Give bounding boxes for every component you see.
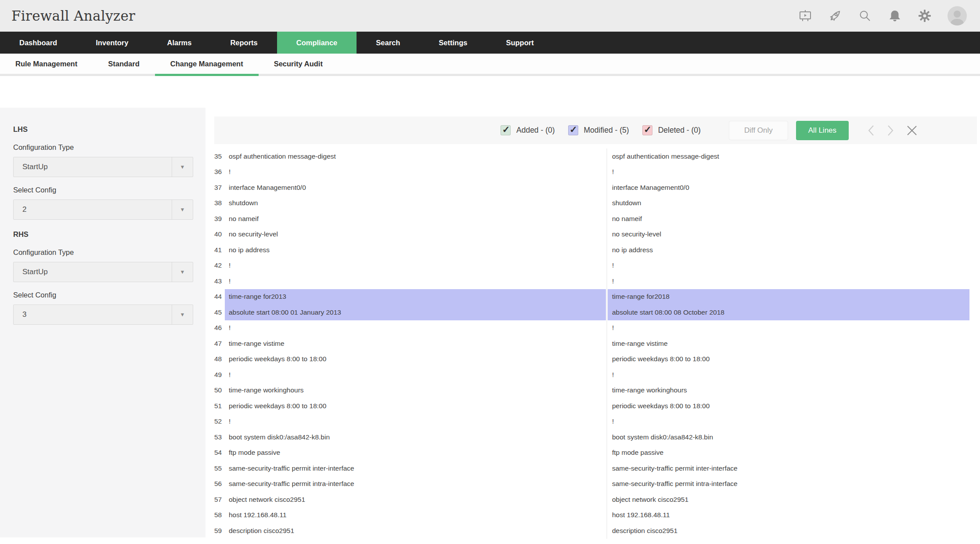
diff-row: 37 interface Management0/0 interface Man… [214, 180, 977, 196]
diff-left-cell: periodic weekdays 8:00 to 18:00 [225, 398, 606, 414]
column-divider [606, 180, 607, 196]
diff-left-cell: interface Management0/0 [225, 180, 606, 196]
rhs-select-config-label: Select Config [13, 291, 193, 299]
column-divider [606, 508, 607, 523]
diff-left-cell: no security-level [225, 227, 606, 243]
diff-row: 59 description cisco2951 description cis… [214, 523, 977, 539]
diff-row: 50 time-range workinghours time-range wo… [214, 383, 977, 399]
line-number: 47 [214, 336, 225, 352]
column-divider [606, 398, 607, 414]
nav-tab[interactable]: Alarms [148, 32, 211, 54]
filter-checkbox[interactable]: ✓ [568, 125, 578, 135]
lhs-select-config-select[interactable]: 2 ▼ [13, 199, 193, 220]
chevron-down-icon: ▼ [172, 305, 193, 324]
all-lines-button[interactable]: All Lines [796, 121, 849, 140]
bell-icon[interactable] [888, 9, 902, 23]
diff-right-cell: boot system disk0:/asa842-k8.bin [608, 429, 969, 445]
subnav-tab[interactable]: Standard [93, 54, 155, 74]
compliance-subnav: Rule ManagementStandardChange Management… [0, 54, 980, 76]
check-icon: ✓ [569, 125, 577, 134]
diff-filter: ✓ Added - (0) [501, 125, 555, 135]
diff-right-cell: description cisco2951 [608, 523, 969, 539]
nav-tab[interactable]: Settings [419, 32, 486, 54]
diff-filter-group: ✓ Added - (0) ✓ Modified - (5) ✓ Deleted… [501, 125, 714, 135]
line-number: 42 [214, 258, 225, 274]
lhs-configuration-type-select[interactable]: StartUp ▼ [13, 157, 193, 177]
nav-tab[interactable]: Search [357, 32, 419, 54]
nav-tab[interactable]: Compliance [277, 32, 357, 54]
nav-tab[interactable]: Dashboard [0, 32, 76, 54]
diff-right-cell: ospf authentication message-digest [608, 149, 969, 164]
line-number: 35 [214, 149, 225, 164]
select-value: StartUp [14, 262, 172, 282]
diff-right-cell: ! [608, 258, 969, 274]
user-avatar-icon[interactable] [948, 6, 967, 25]
diff-left-cell: absolute start 08:00 01 January 2013 [225, 305, 606, 320]
demo-presentation-icon[interactable] [798, 9, 812, 23]
lhs-configuration-type-field: Configuration Type StartUp ▼ [13, 143, 193, 177]
column-divider [606, 258, 607, 274]
rhs-select-config-select[interactable]: 3 ▼ [13, 305, 193, 325]
diff-left-cell: ftp mode passive [225, 445, 606, 461]
line-number: 45 [214, 305, 225, 320]
diff-filter: ✓ Modified - (5) [568, 125, 629, 135]
previous-diff-icon[interactable] [867, 124, 875, 137]
subnav-tab[interactable]: Rule Management [0, 54, 93, 74]
line-number: 39 [214, 211, 225, 227]
check-icon: ✓ [644, 125, 652, 134]
diff-right-cell: no nameif [608, 211, 969, 227]
diff-left-cell: object network cisco2951 [225, 492, 606, 508]
diff-right-cell: ! [608, 164, 969, 180]
diff-row: 55 same-security-traffic permit inter-in… [214, 461, 977, 476]
rocket-icon[interactable] [828, 9, 842, 23]
close-icon[interactable] [906, 124, 918, 137]
diff-toolbar: ✓ Added - (0) ✓ Modified - (5) ✓ Deleted… [214, 116, 977, 144]
filter-checkbox[interactable]: ✓ [501, 125, 511, 135]
diff-filter: ✓ Deleted - (0) [642, 125, 701, 135]
diff-left-cell: same-security-traffic permit inter-inter… [225, 461, 606, 476]
column-divider [606, 429, 607, 445]
next-diff-icon[interactable] [886, 124, 894, 137]
select-value: StartUp [14, 157, 172, 177]
diff-left-cell: periodic weekdays 8:00 to 18:00 [225, 352, 606, 367]
line-number: 59 [214, 523, 225, 539]
diff-right-cell: absolute start 08:00 08 October 2018 [608, 305, 969, 320]
page: Firewall Analyzer [0, 0, 980, 544]
gear-icon[interactable] [918, 9, 932, 23]
diff-right-cell: ftp mode passive [608, 445, 969, 461]
nav-tab[interactable]: Inventory [76, 32, 148, 54]
search-icon[interactable] [858, 9, 872, 23]
rhs-configuration-type-label: Configuration Type [13, 248, 193, 257]
diff-left-cell: shutdown [225, 196, 606, 211]
subnav-tab[interactable]: Security Audit [259, 54, 338, 74]
filter-label: Deleted - (0) [658, 126, 701, 135]
line-number: 58 [214, 508, 225, 523]
diff-left-cell: ! [225, 414, 606, 430]
diff-right-cell: no security-level [608, 227, 969, 243]
diff-row: 41 no ip address no ip address [214, 242, 977, 258]
line-number: 46 [214, 320, 225, 336]
diff-only-button[interactable]: Diff Only [729, 121, 788, 140]
line-number: 38 [214, 196, 225, 211]
line-number: 55 [214, 461, 225, 476]
diff-left-cell: time-range vistime [225, 336, 606, 352]
lhs-select-config-field: Select Config 2 ▼ [13, 186, 193, 220]
diff-right-cell: same-security-traffic permit intra-inter… [608, 476, 969, 492]
diff-body: 35 ospf authentication message-digest os… [214, 149, 977, 539]
rhs-configuration-type-select[interactable]: StartUp ▼ [13, 262, 193, 282]
diff-right-cell: shutdown [608, 196, 969, 211]
column-divider [606, 227, 607, 243]
diff-right-cell: periodic weekdays 8:00 to 18:00 [608, 352, 969, 367]
filter-checkbox[interactable]: ✓ [642, 125, 652, 135]
diff-left-cell: host 192.168.48.11 [225, 508, 606, 523]
diff-row: 53 boot system disk0:/asa842-k8.bin boot… [214, 429, 977, 445]
subnav-tab[interactable]: Change Management [155, 54, 259, 74]
column-divider [606, 273, 607, 289]
nav-tab[interactable]: Support [486, 32, 553, 54]
diff-row: 47 time-range vistime time-range vistime [214, 336, 977, 352]
config-diff-pane: ✓ Added - (0) ✓ Modified - (5) ✓ Deleted… [214, 116, 977, 539]
diff-row: 42 ! ! [214, 258, 977, 274]
nav-tab[interactable]: Reports [211, 32, 277, 54]
chevron-down-icon: ▼ [172, 200, 193, 219]
column-divider [606, 445, 607, 461]
